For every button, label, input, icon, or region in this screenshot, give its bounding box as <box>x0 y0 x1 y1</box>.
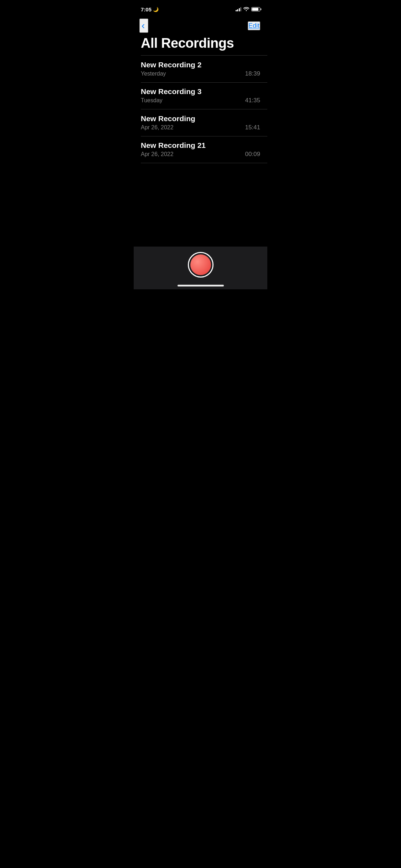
item-divider <box>141 163 267 163</box>
status-icons <box>236 7 261 12</box>
recording-meta: Apr 26, 2022 15:41 <box>141 124 260 131</box>
battery-icon <box>251 7 260 11</box>
recording-meta: Apr 26, 2022 00:09 <box>141 151 260 158</box>
recording-meta: Yesterday 18:39 <box>141 70 260 77</box>
recording-name: New Recording <box>141 114 260 123</box>
recording-duration: 15:41 <box>245 124 260 131</box>
nav-bar: ‹ Edit <box>134 16 267 34</box>
record-button-inner <box>190 254 211 275</box>
recording-date: Yesterday <box>141 71 166 77</box>
signal-icon <box>236 7 242 11</box>
main-content: ‹ Edit All Recordings New Recording 2 Ye… <box>134 16 267 247</box>
recording-date: Apr 26, 2022 <box>141 151 174 157</box>
recording-item[interactable]: New Recording 3 Tuesday 41:35 <box>134 82 267 109</box>
wifi-icon <box>243 7 249 12</box>
recording-meta: Tuesday 41:35 <box>141 97 260 104</box>
time-display: 7:05 <box>141 6 151 12</box>
bottom-toolbar <box>134 247 267 289</box>
recording-name: New Recording 21 <box>141 141 260 150</box>
recording-item[interactable]: New Recording 21 Apr 26, 2022 00:09 <box>134 136 267 163</box>
recording-duration: 18:39 <box>245 70 260 77</box>
home-indicator <box>178 285 224 286</box>
recording-duration: 41:35 <box>245 97 260 104</box>
page-title: All Recordings <box>134 34 267 55</box>
status-time: 7:05 🌙 <box>141 6 159 12</box>
recording-item[interactable]: New Recording 2 Yesterday 18:39 <box>134 56 267 82</box>
recording-item[interactable]: New Recording Apr 26, 2022 15:41 <box>134 109 267 136</box>
recording-name: New Recording 2 <box>141 61 260 69</box>
status-bar: 7:05 🌙 <box>134 0 267 16</box>
recording-list: New Recording 2 Yesterday 18:39 New Reco… <box>134 56 267 163</box>
recording-name: New Recording 3 <box>141 87 260 96</box>
recording-date: Apr 26, 2022 <box>141 124 174 131</box>
edit-button[interactable]: Edit <box>248 21 260 30</box>
record-button[interactable] <box>188 252 214 278</box>
moon-icon: 🌙 <box>153 7 159 12</box>
recording-date: Tuesday <box>141 97 163 104</box>
back-button[interactable]: ‹ <box>139 19 148 33</box>
recording-duration: 00:09 <box>245 151 260 158</box>
